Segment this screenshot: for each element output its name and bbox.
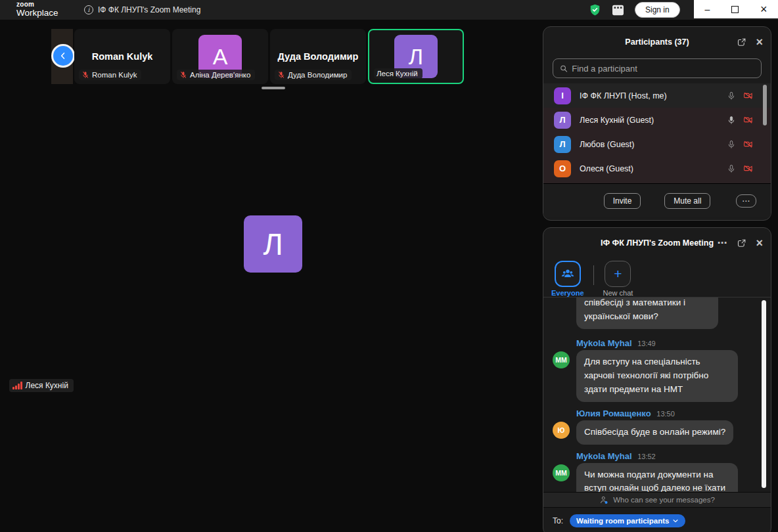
participant-row[interactable]: О Олеся (Guest) bbox=[543, 156, 771, 181]
mic-icon bbox=[727, 164, 736, 173]
apps-grid-icon[interactable] bbox=[612, 5, 624, 16]
participant-row[interactable]: І ІФ ФК ЛНУП (Host, me) bbox=[543, 83, 771, 108]
chat-more-icon[interactable]: ⋯ bbox=[717, 237, 727, 249]
chat-scrollbar[interactable] bbox=[762, 300, 766, 488]
privacy-note-bar[interactable]: Who can see your messages? bbox=[543, 492, 771, 508]
chevron-left-icon bbox=[58, 51, 68, 60]
meeting-title-area: i ІФ ФК ЛНУП's Zoom Meeting bbox=[84, 0, 200, 20]
avatar: MM bbox=[553, 464, 570, 481]
close-panel-icon[interactable]: × bbox=[756, 36, 763, 48]
tab-everyone-label: Everyone bbox=[551, 289, 584, 297]
mic-off-icon bbox=[277, 71, 285, 79]
video-off-icon bbox=[743, 91, 754, 100]
video-off-icon bbox=[743, 115, 754, 125]
video-tile-alina[interactable]: А Аліна Дерев'янко bbox=[172, 29, 268, 84]
message-time: 13:52 bbox=[637, 453, 656, 460]
avatar: І bbox=[554, 87, 571, 104]
meeting-title: ІФ ФК ЛНУП's Zoom Meeting bbox=[98, 5, 200, 14]
participant-search[interactable] bbox=[553, 58, 762, 78]
zoom-workplace-logo: zoom Workplace bbox=[16, 1, 58, 18]
info-icon[interactable]: i bbox=[84, 5, 93, 14]
mic-off-icon bbox=[179, 71, 187, 79]
close-window-button[interactable]: × bbox=[760, 3, 767, 15]
titlebar: zoom Workplace i ІФ ФК ЛНУП's Zoom Meeti… bbox=[0, 0, 778, 20]
search-input[interactable] bbox=[572, 64, 754, 74]
more-options-button[interactable]: ⋯ bbox=[736, 194, 756, 208]
participant-row[interactable]: Л Любов (Guest) bbox=[543, 132, 771, 156]
participants-title: Participants (37) bbox=[625, 37, 689, 47]
popout-icon[interactable] bbox=[737, 37, 746, 47]
filmstrip-scroll-indicator[interactable] bbox=[262, 87, 285, 89]
chat-bubble: Для вступу на спеціальність харчові техн… bbox=[576, 350, 738, 402]
tile-label-text: Roman Kulyk bbox=[92, 71, 137, 79]
audio-level-icon bbox=[12, 382, 22, 389]
chat-bubble: співбесіді з математики і української мо… bbox=[576, 298, 718, 329]
message-header: Mykola Myhal 13:49 bbox=[576, 338, 755, 348]
message-header: Юлия Ромащенко 13:50 bbox=[576, 409, 755, 418]
stage-avatar: Л bbox=[244, 215, 302, 273]
tile-name-label: Леся Кухній bbox=[374, 68, 423, 79]
avatar: Ю bbox=[553, 422, 570, 439]
chevron-down-icon bbox=[672, 518, 679, 524]
popout-icon[interactable] bbox=[737, 238, 746, 248]
tile-label-text: Леся Кухній bbox=[377, 70, 418, 78]
participants-scrollbar[interactable] bbox=[763, 85, 767, 125]
message-header: Mykola Myhal 13:52 bbox=[576, 451, 755, 461]
sender-name[interactable]: Mykola Myhal bbox=[576, 451, 632, 461]
chat-bubble: Співбесіда буде в онлайн режимі? bbox=[576, 420, 733, 445]
window-controls: – × bbox=[694, 0, 778, 18]
video-off-icon bbox=[743, 164, 754, 173]
to-label: To: bbox=[553, 516, 563, 525]
participant-name: ІФ ФК ЛНУП (Host, me) bbox=[580, 91, 718, 100]
participant-name: Олеся (Guest) bbox=[580, 164, 718, 173]
participants-list: І ІФ ФК ЛНУП (Host, me) Л Леся Кухній (G… bbox=[543, 83, 771, 183]
video-tile-lesia-active[interactable]: Л Леся Кухній bbox=[368, 29, 464, 84]
mic-icon bbox=[727, 140, 736, 149]
message-time: 13:50 bbox=[656, 410, 675, 418]
recipient-value: Waiting room participants bbox=[576, 517, 669, 525]
person-privacy-icon bbox=[599, 495, 609, 505]
speaker-name: Леся Кухній bbox=[26, 381, 68, 390]
people-icon bbox=[561, 267, 575, 281]
tile-label-text: Дуда Володимир bbox=[288, 71, 347, 79]
chat-panel: ІФ ФК ЛНУП's Zoom Meeting ⋯ × Everyone +… bbox=[543, 227, 771, 532]
sender-name[interactable]: Юлия Ромащенко bbox=[576, 409, 651, 418]
tile-name-label: Roman Kulyk bbox=[79, 70, 141, 80]
minimize-button[interactable]: – bbox=[704, 5, 710, 14]
tile-name-label: Дуда Володимир bbox=[275, 70, 352, 80]
privacy-note-text: Who can see your messages? bbox=[613, 496, 715, 504]
close-panel-icon[interactable]: × bbox=[756, 237, 763, 249]
search-icon bbox=[560, 64, 568, 73]
participant-name: Леся Кухній (Guest) bbox=[580, 116, 718, 125]
mute-all-button[interactable]: Mute all bbox=[664, 193, 710, 209]
avatar: MM bbox=[553, 351, 570, 368]
avatar: Л bbox=[554, 112, 571, 129]
security-shield-icon[interactable] bbox=[589, 3, 601, 16]
sender-name[interactable]: Mykola Myhal bbox=[576, 338, 632, 348]
participants-header: Participants (37) × bbox=[543, 27, 771, 57]
chat-tabs: Everyone + New chat bbox=[543, 258, 771, 298]
chat-header: ІФ ФК ЛНУП's Zoom Meeting ⋯ × bbox=[543, 228, 771, 258]
mic-icon bbox=[727, 116, 736, 125]
send-to-row: To: Waiting room participants bbox=[543, 508, 771, 527]
recipient-selector[interactable]: Waiting room participants bbox=[570, 514, 685, 527]
video-tile-duda[interactable]: Дуда Володимир Дуда Володимир bbox=[270, 29, 366, 84]
avatar: О bbox=[554, 160, 571, 177]
titlebar-right: Sign in bbox=[589, 0, 680, 20]
participant-row[interactable]: Л Леся Кухній (Guest) bbox=[543, 108, 771, 132]
new-chat-button[interactable]: + New chat bbox=[603, 261, 633, 297]
logo-text-zoom: zoom bbox=[16, 1, 58, 9]
previous-videos-button[interactable] bbox=[51, 44, 75, 68]
mic-off-icon bbox=[81, 71, 89, 79]
tile-display-name: Дуда Володимир bbox=[278, 51, 359, 62]
participant-name: Любов (Guest) bbox=[580, 140, 718, 149]
participants-footer: Invite Mute all ⋯ bbox=[543, 183, 771, 217]
invite-button[interactable]: Invite bbox=[604, 193, 641, 209]
chat-title: ІФ ФК ЛНУП's Zoom Meeting bbox=[601, 238, 714, 248]
active-speaker-label: Леся Кухній bbox=[9, 379, 74, 392]
tab-everyone[interactable]: Everyone bbox=[551, 261, 584, 297]
chat-bubble: Чи можна подати документи на вступ онлай… bbox=[576, 463, 738, 492]
video-tile-roman[interactable]: Roman Kulyk Roman Kulyk bbox=[74, 29, 170, 84]
sign-in-button[interactable]: Sign in bbox=[635, 2, 680, 18]
maximize-button[interactable] bbox=[731, 6, 739, 13]
